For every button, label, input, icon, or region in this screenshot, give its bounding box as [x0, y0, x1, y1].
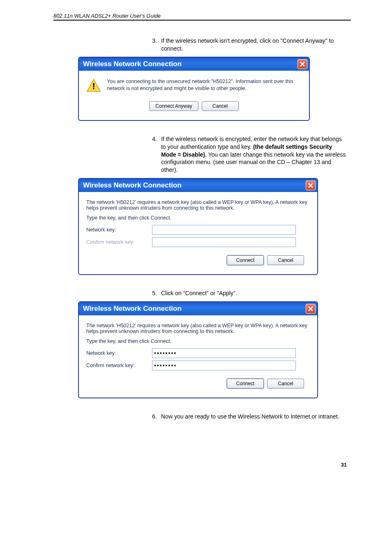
step-6-text: Now you are ready to use the Wireless Ne…	[161, 413, 347, 421]
step-3-num: 3.	[148, 37, 161, 53]
dialog1-body: You are connecting to the unsecured netw…	[107, 78, 302, 92]
dialog3-instr2: Type the key, and then click Connect.	[86, 338, 310, 344]
confirm-key-label: Confirm network key:	[86, 239, 152, 245]
dialog3-instr1: The network 'H50212' requires a network …	[86, 323, 310, 334]
dialog-enter-key-empty: Wireless Network Connection The network …	[78, 178, 318, 275]
dialog1-title: Wireless Network Connection	[83, 60, 182, 68]
network-key-label: Network key:	[86, 350, 152, 356]
dialog-enter-key-filled: Wireless Network Connection The network …	[78, 301, 318, 398]
svg-text:!: !	[92, 81, 95, 91]
dialog2-instr1: The network 'H50212' requires a network …	[86, 199, 310, 211]
page-number: 31	[53, 462, 351, 468]
step-5-text: Click on "Connect" or "Apply".	[161, 289, 347, 297]
step-6-num: 6.	[148, 413, 161, 421]
step-4-text: If the wireless network is encrypted, en…	[161, 135, 347, 174]
network-key-label: Network key:	[86, 227, 152, 233]
dialog2-title: Wireless Network Connection	[83, 181, 182, 190]
step-4-num: 4.	[148, 135, 161, 174]
connect-anyway-button[interactable]: Connect Anyway	[149, 101, 198, 111]
close-icon[interactable]	[306, 180, 316, 190]
network-key-input[interactable]	[152, 225, 296, 235]
close-icon[interactable]	[297, 59, 307, 69]
step-3-text: If the wireless network isn't encrypted,…	[161, 37, 347, 53]
confirm-key-input[interactable]	[152, 361, 296, 370]
confirm-key-label: Confirm network key:	[86, 363, 152, 368]
dialog2-instr2: Type the key, and then click Connect.	[86, 215, 310, 221]
confirm-key-input[interactable]	[152, 237, 296, 247]
connect-button[interactable]: Connect	[227, 379, 264, 388]
dialog-unsecured-warning: Wireless Network Connection ! You are co…	[78, 57, 310, 121]
step-5-num: 5.	[148, 289, 161, 297]
cancel-button[interactable]: Cancel	[267, 255, 304, 265]
connect-button[interactable]: Connect	[227, 255, 264, 265]
network-key-input[interactable]	[152, 348, 296, 358]
close-icon[interactable]	[306, 304, 316, 314]
cancel-button[interactable]: Cancel	[267, 379, 304, 388]
warning-icon: !	[86, 78, 101, 93]
cancel-button[interactable]: Cancel	[202, 101, 239, 111]
page-header: 802.11n WLAN ADSL2+ Router User's Guide	[53, 13, 161, 19]
dialog3-title: Wireless Network Connection	[83, 305, 182, 313]
